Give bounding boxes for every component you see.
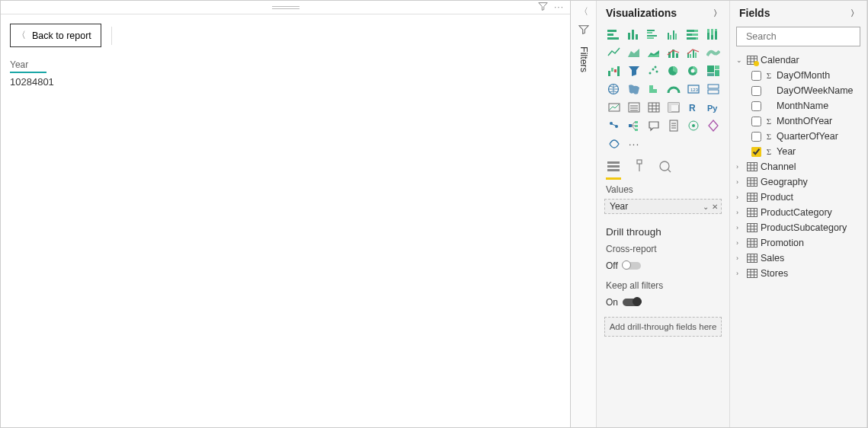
waterfall-icon[interactable] <box>606 63 623 78</box>
field-dayofweekname[interactable]: DayOfWeekName <box>735 83 863 98</box>
python-visual-icon[interactable]: Py <box>705 100 722 115</box>
table-productcategory[interactable]: ›ProductCategory <box>735 205 863 220</box>
matrix-icon[interactable] <box>665 100 682 115</box>
table-geography[interactable]: ›Geography <box>735 174 863 190</box>
svg-text:R: R <box>689 103 696 113</box>
table-label: Calendar <box>761 55 799 65</box>
table-icon[interactable] <box>645 100 662 115</box>
report-canvas: ··· 〈 Back to report Year 10284801 <box>1 1 571 427</box>
svg-rect-12 <box>673 30 674 40</box>
more-options-icon[interactable]: ··· <box>554 2 564 14</box>
cross-report-toggle[interactable]: Off <box>597 260 729 271</box>
table-sales[interactable]: ›Sales <box>735 251 863 266</box>
field-quarterofyear[interactable]: ΣQuarterOfYear <box>735 129 863 144</box>
clustered-column-icon[interactable] <box>665 27 682 42</box>
key-influencers-icon[interactable] <box>606 118 623 133</box>
fields-tab[interactable] <box>606 159 621 180</box>
remove-field-icon[interactable]: ✕ <box>712 203 718 211</box>
field-checkbox[interactable] <box>751 132 761 142</box>
multi-row-card-icon[interactable] <box>705 81 722 97</box>
paginated-report-icon[interactable] <box>665 118 682 133</box>
kpi-icon[interactable] <box>606 100 623 115</box>
line-clustered-column-icon[interactable] <box>685 45 702 60</box>
get-more-visuals-icon[interactable]: ··· <box>626 136 642 152</box>
fields-search[interactable] <box>736 27 860 46</box>
card-field-label: Year <box>10 59 46 73</box>
scatter-icon[interactable] <box>645 63 662 78</box>
field-checkbox[interactable] <box>751 147 761 157</box>
field-checkbox[interactable] <box>751 86 761 96</box>
table-productsubcategory[interactable]: ›ProductSubcategory <box>735 220 863 235</box>
field-dayofmonth[interactable]: ΣDayOfMonth <box>735 68 863 83</box>
field-checkbox[interactable] <box>751 71 761 81</box>
donut-icon[interactable] <box>685 63 702 78</box>
qa-visual-icon[interactable] <box>645 118 662 133</box>
field-monthofyear[interactable]: ΣMonthOfYear <box>735 113 863 129</box>
format-tab[interactable] <box>632 159 647 180</box>
svg-rect-31 <box>693 50 694 58</box>
decomposition-tree-icon[interactable] <box>626 118 642 133</box>
field-monthname[interactable]: MonthName <box>735 98 863 113</box>
slicer-icon[interactable] <box>626 100 642 115</box>
pie-icon[interactable] <box>665 63 682 78</box>
ribbon-chart-icon[interactable] <box>705 45 722 60</box>
card-icon[interactable]: 123 <box>685 81 702 97</box>
table-label: Stores <box>761 268 788 279</box>
field-checkbox[interactable] <box>751 101 761 111</box>
table-calendar[interactable]: ⌄Calendar <box>735 53 863 68</box>
drag-handle-icon[interactable] <box>272 6 299 9</box>
table-promotion[interactable]: ›Promotion <box>735 235 863 251</box>
table-icon <box>747 223 757 232</box>
card-visual[interactable]: Year 10284801 <box>10 59 78 88</box>
analytics-tab[interactable] <box>658 159 673 180</box>
shape-map-icon[interactable] <box>645 81 662 97</box>
svg-text:Py: Py <box>707 104 718 113</box>
table-channel[interactable]: ›Channel <box>735 159 863 174</box>
stacked-area-icon[interactable] <box>645 45 662 60</box>
drillthrough-dropzone[interactable]: Add drill-through fields here <box>604 317 722 337</box>
area-chart-icon[interactable] <box>626 45 642 60</box>
svg-rect-85 <box>607 165 620 168</box>
treemap-icon[interactable] <box>705 63 722 78</box>
field-checkbox[interactable] <box>751 117 761 126</box>
expand-filters-icon[interactable]: 〈 <box>579 5 588 18</box>
svg-point-38 <box>652 69 655 71</box>
keep-filters-toggle[interactable]: On <box>597 297 729 308</box>
clustered-bar-icon[interactable] <box>645 27 662 42</box>
filters-funnel-icon[interactable] <box>578 24 589 37</box>
hundred-stacked-bar-icon[interactable] <box>685 27 702 42</box>
field-dropdown-icon[interactable]: ⌄ <box>703 203 709 211</box>
gauge-icon[interactable] <box>665 81 682 97</box>
hundred-stacked-column-icon[interactable] <box>705 27 722 42</box>
table-icon <box>747 56 757 65</box>
search-input[interactable] <box>746 31 866 42</box>
line-chart-icon[interactable] <box>606 45 623 60</box>
stacked-column-icon[interactable] <box>626 27 642 42</box>
svg-rect-2 <box>607 37 619 40</box>
custom-visual-icon[interactable] <box>606 136 623 152</box>
svg-point-39 <box>656 71 658 73</box>
svg-rect-74 <box>635 129 638 131</box>
filter-icon[interactable] <box>538 2 548 14</box>
back-to-report-button[interactable]: 〈 Back to report <box>10 24 101 47</box>
svg-rect-108 <box>748 193 757 202</box>
line-stacked-column-icon[interactable] <box>665 45 682 60</box>
funnel-icon[interactable] <box>626 63 642 78</box>
filled-map-icon[interactable] <box>626 81 642 97</box>
values-field-well[interactable]: Year ⌄ ✕ <box>604 199 722 214</box>
r-visual-icon[interactable]: R <box>685 100 702 115</box>
table-icon <box>747 193 757 202</box>
collapse-viz-icon[interactable]: 〉 <box>713 8 722 19</box>
map-icon[interactable] <box>606 81 623 97</box>
table-stores[interactable]: ›Stores <box>735 266 863 281</box>
collapse-fields-icon[interactable]: 〉 <box>850 8 859 19</box>
filters-title[interactable]: Filters <box>578 46 589 72</box>
chevron-right-icon: › <box>736 178 744 186</box>
stacked-bar-icon[interactable] <box>606 27 623 42</box>
arcgis-icon[interactable] <box>685 118 702 133</box>
powerapps-icon[interactable] <box>705 118 722 133</box>
table-product[interactable]: ›Product <box>735 190 863 205</box>
field-year[interactable]: ΣYear <box>735 144 863 159</box>
svg-rect-8 <box>647 35 657 37</box>
visual-header: ··· <box>1 1 570 14</box>
